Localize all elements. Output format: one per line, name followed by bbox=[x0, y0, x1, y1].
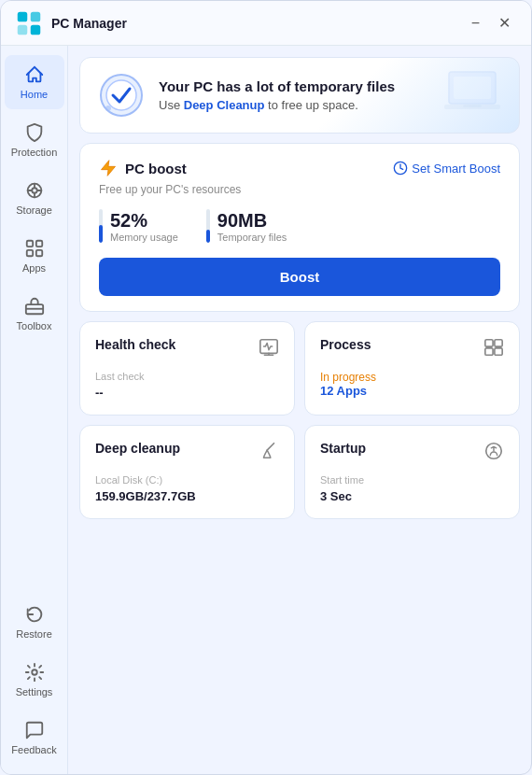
svg-rect-9 bbox=[35, 250, 41, 256]
svg-point-14 bbox=[106, 80, 136, 110]
metrics-row: 52% Memory usage 90MB Temporary files bbox=[99, 209, 500, 243]
settings-icon bbox=[24, 662, 45, 683]
sidebar-item-apps[interactable]: Apps bbox=[5, 229, 64, 283]
tempfiles-metric: 90MB Temporary files bbox=[206, 209, 287, 243]
health-check-header: Health check bbox=[95, 337, 279, 358]
memory-label: Memory usage bbox=[110, 232, 178, 243]
smart-boost-icon bbox=[393, 161, 408, 176]
svg-point-5 bbox=[32, 188, 37, 193]
svg-rect-23 bbox=[495, 340, 502, 346]
apps-icon bbox=[24, 238, 45, 259]
tempfiles-bar-fill bbox=[206, 230, 210, 243]
toolbox-icon bbox=[24, 296, 45, 317]
svg-point-12 bbox=[32, 669, 37, 675]
banner-text: Your PC has a lot of temporary files Use… bbox=[159, 78, 395, 112]
tempfiles-label: Temporary files bbox=[217, 232, 287, 243]
window-controls: − ✕ bbox=[466, 12, 516, 34]
sidebar-label-settings: Settings bbox=[16, 686, 53, 698]
svg-rect-21 bbox=[260, 340, 277, 354]
feedback-icon bbox=[24, 720, 45, 740]
smart-boost-link[interactable]: Set Smart Boost bbox=[393, 161, 500, 176]
boost-card: PC boost Set Smart Boost Free up your PC… bbox=[79, 143, 520, 312]
banner-description: Use Deep Cleanup to free up space. bbox=[159, 98, 395, 112]
process-icon bbox=[483, 337, 504, 358]
memory-metric: 52% Memory usage bbox=[99, 209, 178, 243]
tempfiles-values: 90MB Temporary files bbox=[217, 210, 287, 243]
startup-card: Startup Start time 3 Sec bbox=[304, 425, 520, 519]
deep-cleanup-card: Deep cleanup Local Disk (C:) 159.9GB/237… bbox=[79, 425, 295, 519]
svg-rect-2 bbox=[18, 24, 28, 35]
svg-rect-3 bbox=[31, 24, 41, 35]
boost-subtitle: Free up your PC's resources bbox=[99, 183, 500, 196]
sidebar: Home Protection Storage bbox=[1, 46, 68, 774]
memory-bar-fill bbox=[99, 225, 103, 243]
banner-title: Your PC has a lot of temporary files bbox=[159, 78, 395, 94]
close-button[interactable]: ✕ bbox=[493, 12, 516, 34]
deep-cleanup-title: Deep cleanup bbox=[95, 441, 180, 456]
grid-row-1: Health check Last check -- Process bbox=[79, 321, 520, 416]
app-title: PC Manager bbox=[51, 16, 466, 31]
svg-point-15 bbox=[105, 106, 111, 111]
process-header: Process bbox=[320, 337, 504, 358]
sidebar-item-home[interactable]: Home bbox=[5, 55, 64, 109]
sidebar-item-settings[interactable]: Settings bbox=[5, 653, 64, 707]
sidebar-item-toolbox[interactable]: Toolbox bbox=[5, 287, 64, 341]
health-check-icon bbox=[259, 337, 279, 358]
storage-icon bbox=[24, 180, 45, 201]
deep-cleanup-header: Deep cleanup bbox=[95, 441, 279, 461]
svg-rect-22 bbox=[485, 340, 493, 346]
sidebar-label-protection: Protection bbox=[11, 147, 58, 158]
tempfiles-value: 90MB bbox=[217, 210, 287, 232]
svg-rect-8 bbox=[26, 250, 32, 256]
home-icon bbox=[24, 64, 45, 85]
boost-icon bbox=[99, 159, 118, 177]
svg-rect-19 bbox=[463, 105, 482, 107]
banner-decoration bbox=[444, 67, 500, 114]
sidebar-item-protection[interactable]: Protection bbox=[5, 113, 64, 167]
banner-icon bbox=[99, 73, 144, 118]
tempfiles-bar-container: 90MB Temporary files bbox=[206, 209, 287, 243]
deep-cleanup-link[interactable]: Deep Cleanup bbox=[184, 98, 265, 112]
memory-value: 52% bbox=[110, 210, 178, 232]
health-check-title: Health check bbox=[95, 337, 175, 352]
process-status: In progress bbox=[320, 371, 504, 384]
boost-title: PC boost bbox=[99, 159, 187, 177]
svg-rect-6 bbox=[26, 241, 32, 247]
sidebar-label-apps: Apps bbox=[22, 262, 46, 274]
restore-icon bbox=[24, 604, 45, 625]
svg-rect-24 bbox=[485, 348, 493, 355]
grid-row-2: Deep cleanup Local Disk (C:) 159.9GB/237… bbox=[79, 425, 520, 519]
startup-icon bbox=[483, 441, 504, 461]
health-check-card: Health check Last check -- bbox=[79, 321, 295, 416]
svg-rect-0 bbox=[18, 11, 28, 21]
sidebar-label-restore: Restore bbox=[16, 628, 52, 640]
minimize-button[interactable]: − bbox=[466, 12, 485, 34]
startup-value: 3 Sec bbox=[320, 489, 504, 503]
main-layout: Home Protection Storage bbox=[1, 46, 531, 774]
tempfiles-bar bbox=[206, 209, 210, 243]
sidebar-label-feedback: Feedback bbox=[11, 744, 56, 755]
health-check-sublabel: Last check bbox=[95, 371, 279, 382]
memory-bar bbox=[99, 209, 103, 243]
svg-rect-1 bbox=[31, 11, 41, 21]
process-card: Process In progress 12 Apps bbox=[304, 321, 520, 416]
startup-sublabel: Start time bbox=[320, 474, 504, 486]
title-bar: PC Manager − ✕ bbox=[1, 1, 531, 46]
sidebar-item-restore[interactable]: Restore bbox=[5, 595, 64, 649]
content-area: Your PC has a lot of temporary files Use… bbox=[68, 46, 531, 774]
boost-header: PC boost Set Smart Boost bbox=[99, 159, 500, 177]
banner-card: Your PC has a lot of temporary files Use… bbox=[79, 57, 520, 134]
svg-rect-25 bbox=[495, 348, 502, 355]
boost-button[interactable]: Boost bbox=[99, 258, 500, 296]
deep-cleanup-value: 159.9GB/237.7GB bbox=[95, 489, 279, 503]
memory-values: 52% Memory usage bbox=[110, 210, 178, 243]
memory-bar-container: 52% Memory usage bbox=[99, 209, 178, 243]
process-app-count: 12 Apps bbox=[320, 384, 504, 398]
deep-cleanup-sublabel: Local Disk (C:) bbox=[95, 474, 279, 486]
startup-title: Startup bbox=[320, 441, 366, 456]
sidebar-item-storage[interactable]: Storage bbox=[5, 171, 64, 225]
app-logo bbox=[16, 10, 42, 36]
svg-rect-7 bbox=[35, 241, 41, 247]
sidebar-item-feedback[interactable]: Feedback bbox=[5, 711, 64, 765]
sidebar-label-storage: Storage bbox=[16, 204, 52, 216]
